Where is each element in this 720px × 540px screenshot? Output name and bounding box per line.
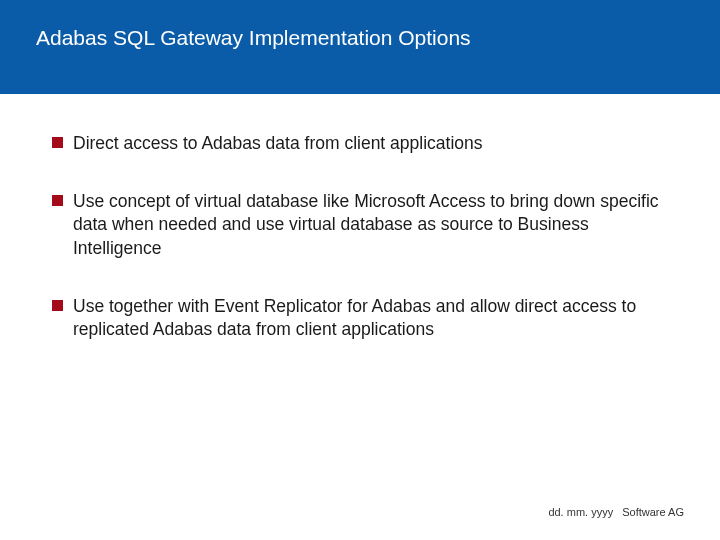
bullet-text: Use together with Event Replicator for A… xyxy=(73,295,668,342)
list-item: Use concept of virtual database like Mic… xyxy=(52,190,668,261)
list-item: Use together with Event Replicator for A… xyxy=(52,295,668,342)
square-bullet-icon xyxy=(52,300,63,311)
footer-date: dd. mm. yyyy xyxy=(548,506,613,518)
square-bullet-icon xyxy=(52,195,63,206)
bullet-text: Direct access to Adabas data from client… xyxy=(73,132,483,156)
footer-company: Software AG xyxy=(622,506,684,518)
slide: Adabas SQL Gateway Implementation Option… xyxy=(0,0,720,540)
content-area: Direct access to Adabas data from client… xyxy=(0,94,720,342)
list-item: Direct access to Adabas data from client… xyxy=(52,132,668,156)
bullet-text: Use concept of virtual database like Mic… xyxy=(73,190,668,261)
title-bar: Adabas SQL Gateway Implementation Option… xyxy=(0,0,720,94)
slide-title: Adabas SQL Gateway Implementation Option… xyxy=(36,26,471,49)
square-bullet-icon xyxy=(52,137,63,148)
footer: dd. mm. yyyy Software AG xyxy=(548,506,684,518)
